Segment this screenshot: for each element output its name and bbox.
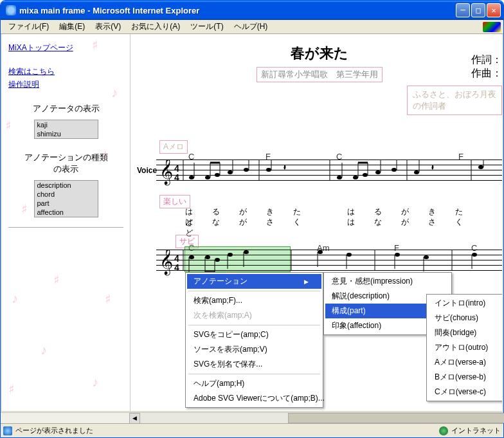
svg-point-59 <box>424 255 429 259</box>
svg-point-21 <box>353 176 358 179</box>
status-message: ページが表示されました <box>15 426 93 435</box>
svg-point-26 <box>375 170 381 174</box>
credits: 作詞： 作曲： <box>471 53 502 80</box>
part-label-amelo: Aメロ <box>159 140 188 154</box>
status-icon <box>3 426 12 435</box>
svg-point-62 <box>472 253 477 257</box>
lyrics-row-2: はながさくはながさくど <box>176 217 502 239</box>
submenu-part[interactable]: イントロ(intro) サビ(chorus) 間奏(bridge) アウトロ(o… <box>426 294 502 401</box>
ctx-search[interactable]: 検索(amp;F)... <box>187 293 321 308</box>
svg-point-52 <box>318 250 323 254</box>
svg-text:4: 4 <box>174 262 179 273</box>
menu-help[interactable]: ヘルプ(H) <box>229 20 273 33</box>
menubar: ファイル(F) 編集(E) 表示(V) お気に入り(A) ツール(T) ヘルプ(… <box>1 20 503 34</box>
menu-favorites[interactable]: お気に入り(A) <box>126 20 185 33</box>
close-button[interactable]: ✕ <box>487 3 501 17</box>
titlebar[interactable]: mixa main frame - Microsoft Internet Exp… <box>1 1 503 20</box>
ctx-svg-copy[interactable]: SVGをコピー(amp;C) <box>187 327 321 342</box>
ctx-annotation[interactable]: アノテーション <box>187 274 321 289</box>
menu-tools[interactable]: ツール(T) <box>185 20 228 33</box>
client-area: ♪ ♯ ♯ ♪ ♯ ♪ ♯ ♪ ♯ ♪ ♯ ♪ ♯ ♪ MiXAトップページ 検… <box>1 34 503 412</box>
annotation-type-list[interactable]: description chord part affection <box>34 180 98 217</box>
intranet-icon <box>439 426 448 435</box>
sidebar: ♪ ♯ ♯ ♪ ♯ ♪ ♯ ♪ ♯ ♪ ♯ ♪ ♯ ♪ MiXAトップページ 検… <box>2 34 130 411</box>
svg-text:4: 4 <box>174 172 179 183</box>
svg-point-28 <box>392 168 397 172</box>
zone-indicator: イントラネット <box>439 426 501 435</box>
annotation-types-title: アノテーションの種類 の表示 <box>8 152 123 175</box>
scroll-track[interactable] <box>140 413 492 423</box>
song-subtitle: 新訂尋常小学唱歌 第三学年用 <box>256 67 382 82</box>
ctx-search-next: 次を検索(amp;A) <box>187 308 321 323</box>
window-buttons: ─ □ ✕ <box>456 3 501 17</box>
svg-point-16 <box>266 168 271 172</box>
svg-point-42 <box>205 255 210 259</box>
svg-point-11 <box>228 170 233 174</box>
svg-text:𝄞: 𝄞 <box>159 160 173 186</box>
sub2-verse-c[interactable]: Cメロ(verse-c) <box>428 385 502 399</box>
song-title: 春が来た <box>137 44 502 63</box>
ctx-help[interactable]: ヘルプ(amp;H) <box>187 376 321 391</box>
sub2-chorus[interactable]: サビ(chorus) <box>428 311 502 325</box>
ctx-about[interactable]: Adobe SVG Viewerについて(amp;B)... <box>187 391 321 406</box>
voice-label: Voice <box>137 166 157 175</box>
sub2-outro[interactable]: アウトロ(outro) <box>428 340 502 355</box>
svg-point-13 <box>244 168 249 172</box>
menu-file[interactable]: ファイル(F) <box>3 20 54 33</box>
svg-point-40 <box>189 255 194 259</box>
annotator-item[interactable]: shimizu <box>35 129 98 138</box>
svg-text:𝄞: 𝄞 <box>159 250 173 276</box>
ie-icon <box>6 5 16 15</box>
link-help[interactable]: 操作説明 <box>8 79 123 90</box>
ctx-view-source[interactable]: ソースを表示(amp;V) <box>187 342 321 357</box>
context-menu[interactable]: アノテーション 検索(amp;F)... 次を検索(amp;A) SVGをコピー… <box>185 272 323 408</box>
sub2-intro[interactable]: イントロ(intro) <box>428 296 502 311</box>
main-content: 春が来た 新訂尋常小学唱歌 第三学年用 作詞： 作曲： ふるさと、おぼろ月夜 の… <box>130 34 502 411</box>
link-top-page[interactable]: MiXAトップページ <box>8 42 123 53</box>
menu-view[interactable]: 表示(V) <box>90 20 126 33</box>
svg-point-6 <box>205 176 210 179</box>
svg-point-8 <box>215 173 220 177</box>
sub1-impression[interactable]: 意見・感想(impression) <box>325 274 450 289</box>
staff-2: 𝄞 4 4 <box>156 250 502 275</box>
sub2-bridge[interactable]: 間奏(bridge) <box>428 325 502 340</box>
link-search[interactable]: 検索はこちら <box>8 66 123 77</box>
composer-note: ふるさと、おぼろ月夜 の作詞者 <box>407 86 502 115</box>
sub2-verse-a[interactable]: Aメロ(verse-a) <box>428 355 502 370</box>
menu-edit[interactable]: 編集(E) <box>54 20 90 33</box>
scroll-thumb[interactable] <box>288 413 504 423</box>
horizontal-scrollbar[interactable]: ◀ ▶ <box>1 412 503 423</box>
svg-point-4 <box>189 176 194 179</box>
svg-point-49 <box>244 250 249 254</box>
svg-point-34 <box>478 165 483 169</box>
annotator-display-title: アノテータの表示 <box>8 103 123 114</box>
svg-point-19 <box>337 176 342 179</box>
scroll-left-button[interactable]: ◀ <box>129 413 140 424</box>
app-window: mixa main frame - Microsoft Internet Exp… <box>0 0 504 438</box>
annotation-type-item[interactable]: description <box>35 181 98 190</box>
statusbar: ページが表示されました イントラネット <box>1 423 503 437</box>
ctx-svg-saveas[interactable]: SVGを別名で保存... <box>187 357 321 372</box>
window-title: mixa main frame - Microsoft Internet Exp… <box>19 6 456 15</box>
annotation-type-item[interactable]: affection <box>35 208 98 217</box>
maximize-button[interactable]: □ <box>471 3 485 17</box>
svg-point-23 <box>363 173 368 177</box>
sidebar-separator <box>8 227 123 228</box>
sub2-verse-b[interactable]: Bメロ(verse-b) <box>428 370 502 385</box>
annotator-list[interactable]: kaji shimizu <box>34 120 98 139</box>
minimize-button[interactable]: ─ <box>456 3 470 17</box>
annotation-type-item[interactable]: chord <box>35 190 98 199</box>
svg-point-31 <box>414 170 419 174</box>
annotation-type-item[interactable]: part <box>35 199 98 208</box>
annotator-item[interactable]: kaji <box>35 120 98 129</box>
svg-point-54 <box>346 253 352 257</box>
staff-1: 𝄞 4 4 <box>156 160 502 185</box>
ie-logo-icon <box>483 22 501 32</box>
svg-point-44 <box>215 258 220 262</box>
svg-point-57 <box>395 253 400 257</box>
svg-point-47 <box>228 253 233 257</box>
